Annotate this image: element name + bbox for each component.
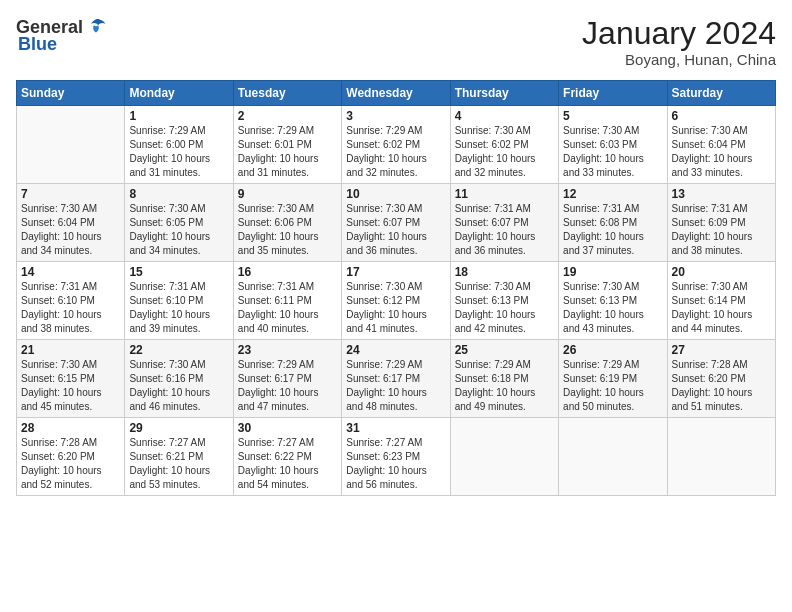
calendar-cell: 20Sunrise: 7:30 AMSunset: 6:14 PMDayligh… <box>667 262 775 340</box>
day-number: 26 <box>563 343 662 357</box>
day-info: Sunrise: 7:30 AMSunset: 6:16 PMDaylight:… <box>129 358 228 414</box>
calendar-cell: 13Sunrise: 7:31 AMSunset: 6:09 PMDayligh… <box>667 184 775 262</box>
day-info: Sunrise: 7:28 AMSunset: 6:20 PMDaylight:… <box>672 358 771 414</box>
calendar-cell: 17Sunrise: 7:30 AMSunset: 6:12 PMDayligh… <box>342 262 450 340</box>
calendar-cell: 14Sunrise: 7:31 AMSunset: 6:10 PMDayligh… <box>17 262 125 340</box>
calendar-cell: 8Sunrise: 7:30 AMSunset: 6:05 PMDaylight… <box>125 184 233 262</box>
calendar-week-row: 21Sunrise: 7:30 AMSunset: 6:15 PMDayligh… <box>17 340 776 418</box>
day-number: 3 <box>346 109 445 123</box>
calendar-cell: 12Sunrise: 7:31 AMSunset: 6:08 PMDayligh… <box>559 184 667 262</box>
calendar-week-row: 1Sunrise: 7:29 AMSunset: 6:00 PMDaylight… <box>17 106 776 184</box>
calendar-cell: 31Sunrise: 7:27 AMSunset: 6:23 PMDayligh… <box>342 418 450 496</box>
calendar-cell: 15Sunrise: 7:31 AMSunset: 6:10 PMDayligh… <box>125 262 233 340</box>
title-block: January 2024 Boyang, Hunan, China <box>582 16 776 68</box>
day-info: Sunrise: 7:29 AMSunset: 6:01 PMDaylight:… <box>238 124 337 180</box>
day-number: 11 <box>455 187 554 201</box>
day-number: 10 <box>346 187 445 201</box>
day-number: 27 <box>672 343 771 357</box>
day-info: Sunrise: 7:31 AMSunset: 6:09 PMDaylight:… <box>672 202 771 258</box>
day-number: 24 <box>346 343 445 357</box>
weekday-header: Saturday <box>667 81 775 106</box>
calendar-cell: 3Sunrise: 7:29 AMSunset: 6:02 PMDaylight… <box>342 106 450 184</box>
page-header: General Blue January 2024 Boyang, Hunan,… <box>16 16 776 68</box>
main-title: January 2024 <box>582 16 776 51</box>
day-number: 1 <box>129 109 228 123</box>
day-number: 23 <box>238 343 337 357</box>
calendar-cell: 21Sunrise: 7:30 AMSunset: 6:15 PMDayligh… <box>17 340 125 418</box>
calendar-week-row: 28Sunrise: 7:28 AMSunset: 6:20 PMDayligh… <box>17 418 776 496</box>
calendar-cell <box>450 418 558 496</box>
calendar-cell: 1Sunrise: 7:29 AMSunset: 6:00 PMDaylight… <box>125 106 233 184</box>
calendar-cell: 5Sunrise: 7:30 AMSunset: 6:03 PMDaylight… <box>559 106 667 184</box>
day-number: 2 <box>238 109 337 123</box>
day-info: Sunrise: 7:29 AMSunset: 6:00 PMDaylight:… <box>129 124 228 180</box>
day-number: 14 <box>21 265 120 279</box>
calendar-cell: 4Sunrise: 7:30 AMSunset: 6:02 PMDaylight… <box>450 106 558 184</box>
day-number: 13 <box>672 187 771 201</box>
day-number: 8 <box>129 187 228 201</box>
calendar-week-row: 7Sunrise: 7:30 AMSunset: 6:04 PMDaylight… <box>17 184 776 262</box>
calendar-cell: 26Sunrise: 7:29 AMSunset: 6:19 PMDayligh… <box>559 340 667 418</box>
calendar-cell: 19Sunrise: 7:30 AMSunset: 6:13 PMDayligh… <box>559 262 667 340</box>
day-info: Sunrise: 7:31 AMSunset: 6:11 PMDaylight:… <box>238 280 337 336</box>
day-info: Sunrise: 7:31 AMSunset: 6:08 PMDaylight:… <box>563 202 662 258</box>
day-number: 5 <box>563 109 662 123</box>
subtitle: Boyang, Hunan, China <box>582 51 776 68</box>
calendar-week-row: 14Sunrise: 7:31 AMSunset: 6:10 PMDayligh… <box>17 262 776 340</box>
weekday-header: Sunday <box>17 81 125 106</box>
day-info: Sunrise: 7:29 AMSunset: 6:02 PMDaylight:… <box>346 124 445 180</box>
logo: General Blue <box>16 16 107 55</box>
day-number: 15 <box>129 265 228 279</box>
calendar-cell: 30Sunrise: 7:27 AMSunset: 6:22 PMDayligh… <box>233 418 341 496</box>
day-number: 20 <box>672 265 771 279</box>
weekday-header: Wednesday <box>342 81 450 106</box>
calendar-cell: 10Sunrise: 7:30 AMSunset: 6:07 PMDayligh… <box>342 184 450 262</box>
calendar-header-row: SundayMondayTuesdayWednesdayThursdayFrid… <box>17 81 776 106</box>
weekday-header: Thursday <box>450 81 558 106</box>
calendar-cell: 6Sunrise: 7:30 AMSunset: 6:04 PMDaylight… <box>667 106 775 184</box>
logo-block: General Blue <box>16 16 107 55</box>
day-info: Sunrise: 7:29 AMSunset: 6:17 PMDaylight:… <box>346 358 445 414</box>
day-number: 7 <box>21 187 120 201</box>
day-number: 6 <box>672 109 771 123</box>
day-info: Sunrise: 7:29 AMSunset: 6:17 PMDaylight:… <box>238 358 337 414</box>
weekday-header: Monday <box>125 81 233 106</box>
calendar-cell: 28Sunrise: 7:28 AMSunset: 6:20 PMDayligh… <box>17 418 125 496</box>
day-info: Sunrise: 7:30 AMSunset: 6:03 PMDaylight:… <box>563 124 662 180</box>
day-info: Sunrise: 7:31 AMSunset: 6:10 PMDaylight:… <box>21 280 120 336</box>
weekday-header: Friday <box>559 81 667 106</box>
calendar-cell: 18Sunrise: 7:30 AMSunset: 6:13 PMDayligh… <box>450 262 558 340</box>
day-info: Sunrise: 7:27 AMSunset: 6:23 PMDaylight:… <box>346 436 445 492</box>
logo-blue: Blue <box>18 34 57 55</box>
calendar-cell: 9Sunrise: 7:30 AMSunset: 6:06 PMDaylight… <box>233 184 341 262</box>
logo-bird-icon <box>85 16 107 38</box>
day-number: 9 <box>238 187 337 201</box>
calendar-cell: 29Sunrise: 7:27 AMSunset: 6:21 PMDayligh… <box>125 418 233 496</box>
day-info: Sunrise: 7:30 AMSunset: 6:12 PMDaylight:… <box>346 280 445 336</box>
day-info: Sunrise: 7:29 AMSunset: 6:18 PMDaylight:… <box>455 358 554 414</box>
day-info: Sunrise: 7:29 AMSunset: 6:19 PMDaylight:… <box>563 358 662 414</box>
day-number: 19 <box>563 265 662 279</box>
calendar-cell: 23Sunrise: 7:29 AMSunset: 6:17 PMDayligh… <box>233 340 341 418</box>
day-info: Sunrise: 7:30 AMSunset: 6:15 PMDaylight:… <box>21 358 120 414</box>
day-number: 17 <box>346 265 445 279</box>
day-info: Sunrise: 7:27 AMSunset: 6:21 PMDaylight:… <box>129 436 228 492</box>
day-number: 22 <box>129 343 228 357</box>
day-info: Sunrise: 7:31 AMSunset: 6:10 PMDaylight:… <box>129 280 228 336</box>
calendar-cell: 25Sunrise: 7:29 AMSunset: 6:18 PMDayligh… <box>450 340 558 418</box>
calendar-cell <box>17 106 125 184</box>
day-number: 29 <box>129 421 228 435</box>
day-info: Sunrise: 7:30 AMSunset: 6:07 PMDaylight:… <box>346 202 445 258</box>
calendar-cell: 16Sunrise: 7:31 AMSunset: 6:11 PMDayligh… <box>233 262 341 340</box>
calendar-cell: 24Sunrise: 7:29 AMSunset: 6:17 PMDayligh… <box>342 340 450 418</box>
calendar-cell: 11Sunrise: 7:31 AMSunset: 6:07 PMDayligh… <box>450 184 558 262</box>
day-info: Sunrise: 7:30 AMSunset: 6:04 PMDaylight:… <box>21 202 120 258</box>
day-info: Sunrise: 7:30 AMSunset: 6:14 PMDaylight:… <box>672 280 771 336</box>
day-number: 30 <box>238 421 337 435</box>
day-info: Sunrise: 7:27 AMSunset: 6:22 PMDaylight:… <box>238 436 337 492</box>
calendar-cell <box>667 418 775 496</box>
calendar-cell <box>559 418 667 496</box>
day-number: 18 <box>455 265 554 279</box>
day-info: Sunrise: 7:30 AMSunset: 6:05 PMDaylight:… <box>129 202 228 258</box>
day-number: 25 <box>455 343 554 357</box>
